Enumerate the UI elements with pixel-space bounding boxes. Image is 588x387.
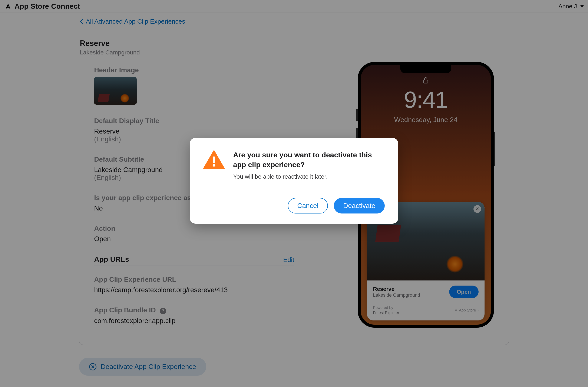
modal-overlay[interactable]: Are you sure you want to deactivate this…: [0, 0, 588, 387]
modal-subtitle: You will be able to reactivate it later.: [233, 173, 385, 180]
phone-notch: [400, 65, 451, 73]
svg-rect-1: [213, 156, 215, 163]
confirm-modal: Are you sure you want to deactivate this…: [190, 138, 398, 224]
warning-icon: [203, 150, 225, 169]
modal-title: Are you sure you want to deactivate this…: [233, 150, 385, 170]
cancel-button[interactable]: Cancel: [288, 198, 328, 213]
svg-point-2: [213, 164, 215, 167]
confirm-deactivate-button[interactable]: Deactivate: [334, 198, 385, 213]
modal-actions: Cancel Deactivate: [203, 198, 385, 213]
modal-body: Are you sure you want to deactivate this…: [233, 150, 385, 180]
